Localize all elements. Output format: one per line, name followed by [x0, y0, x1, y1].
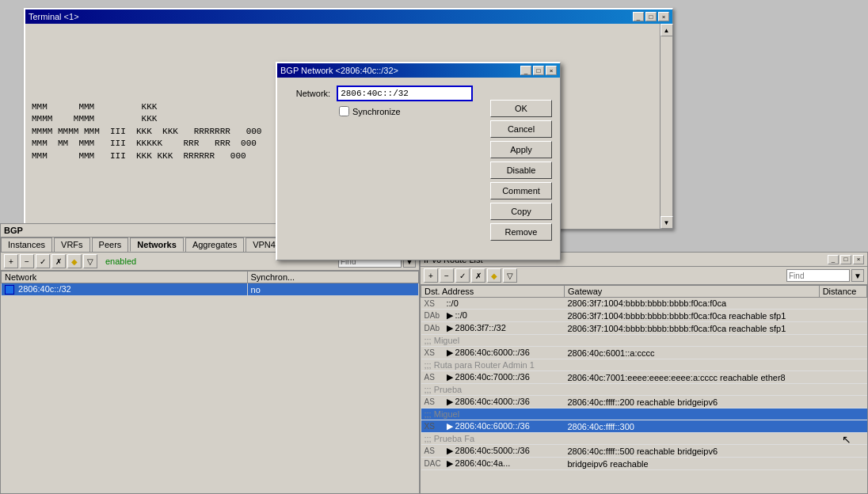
ipv6-remove-button[interactable]: −: [440, 268, 454, 283]
ipv6-find-input[interactable]: [786, 269, 850, 282]
table-row[interactable]: XS▶ 2806:40c:6000::/36 2806:40c:6001::a:…: [421, 347, 867, 359]
network-cell: 2806:40c::/32: [2, 283, 248, 296]
gw-cell: 2806:40c:ffff::500 reachable bridgeipv6: [564, 445, 819, 458]
diamond-button[interactable]: ◆: [67, 254, 82, 268]
terminal-titlebar: Terminal <1> _ □ ×: [25, 10, 672, 24]
ipv6-minimize[interactable]: _: [828, 255, 839, 264]
bgp-close-button[interactable]: ×: [546, 66, 557, 75]
dst-cell: DAb▶ 2806:3f7::/32: [421, 322, 565, 335]
dist-cell: [819, 310, 866, 322]
gw-cell: 2806:3f7:1004:bbbb:bbbb:bbbb:f0ca:f0ca: [564, 298, 819, 310]
dist-cell: [819, 458, 866, 470]
row-icon: [5, 285, 14, 294]
check-button[interactable]: ✓: [36, 254, 50, 268]
bgp-maximize-button[interactable]: □: [533, 66, 544, 75]
ipv6-add-button[interactable]: +: [424, 268, 438, 283]
dist-cell: [819, 371, 866, 384]
ipv6-maximize[interactable]: □: [840, 255, 851, 264]
tab-vrfs[interactable]: VRFs: [54, 238, 90, 252]
comment-button[interactable]: Comment: [490, 182, 552, 200]
ok-button[interactable]: OK: [490, 100, 552, 117]
tab-networks[interactable]: Networks: [130, 238, 184, 252]
maximize-button[interactable]: □: [645, 12, 657, 21]
disable-button[interactable]: Disable: [490, 162, 552, 179]
synchronize-label: Synchronize: [352, 107, 401, 116]
terminal-window-controls: _ □ ×: [633, 12, 669, 21]
add-button[interactable]: +: [4, 254, 18, 268]
terminal-scrollbar[interactable]: ▲ ▼: [660, 24, 672, 229]
ipv6-check-button[interactable]: ✓: [455, 268, 470, 283]
synchronize-row: Synchronize: [285, 106, 473, 116]
tab-aggregates[interactable]: Aggregates: [185, 238, 244, 252]
copy-button[interactable]: Copy: [490, 203, 552, 220]
gw-cell: 2806:40c:6001::a:cccc: [564, 347, 819, 359]
gw-cell: 2806:40c:7001:eeee:eeee:eeee:a:cccc reac…: [564, 371, 819, 384]
col-synchron: Synchron...: [247, 272, 418, 283]
comment-row: ;;; Miguel: [421, 335, 867, 347]
gw-cell: bridgeipv6 reachable: [564, 458, 819, 470]
ipv6-table-scroll[interactable]: Dst. Address Gateway Distance XS::/0 280…: [421, 285, 867, 483]
minimize-button[interactable]: _: [633, 12, 644, 21]
bgp-dialog-titlebar: BGP Network <2806:40c::/32> _ □ ×: [277, 63, 560, 78]
dist-cell: [819, 298, 866, 310]
table-row[interactable]: AS▶ 2806:40c:5000::/36 2806:40c:ffff::50…: [421, 445, 867, 458]
apply-button[interactable]: Apply: [490, 141, 552, 158]
ipv6-diamond-button[interactable]: ◆: [487, 268, 501, 283]
scroll-up-arrow[interactable]: ▲: [661, 24, 673, 36]
ipv6-table: Dst. Address Gateway Distance XS::/0 280…: [421, 285, 867, 470]
comment-row: ;;; Prueba Fa: [421, 433, 867, 445]
comment-cell: ;;; Miguel: [421, 408, 867, 420]
table-row[interactable]: DAC▶ 2806:40c:4a... bridgeipv6 reachable: [421, 458, 867, 470]
table-row[interactable]: AS▶ 2806:40c:4000::/36 2806:40c:ffff::20…: [421, 396, 867, 408]
bgp-panel: BGP Instances VRFs Peers Networks Aggreg…: [0, 223, 420, 494]
dst-cell: AS▶ 2806:40c:5000::/36: [421, 445, 565, 458]
col-gateway: Gateway: [564, 286, 819, 298]
dst-cell: XS::/0: [421, 298, 565, 310]
dst-cell: XS▶ 2806:40c:6000::/36: [421, 420, 565, 433]
dist-cell: [819, 396, 866, 408]
ipv6-x-button[interactable]: ✗: [471, 268, 485, 283]
dist-cell: [819, 322, 866, 335]
table-row[interactable]: 2806:40c::/32 no: [2, 283, 419, 296]
bgp-minimize-button[interactable]: _: [520, 66, 531, 75]
dst-cell: DAb▶ ::/0: [421, 310, 565, 322]
table-row[interactable]: DAb▶ ::/0 2806:3f7:1004:bbbb:bbbb:bbbb:f…: [421, 310, 867, 322]
gw-cell: 2806:40c:ffff::300: [564, 420, 819, 433]
table-row[interactable]: AS▶ 2806:40c:7000::/36 2806:40c:7001:eee…: [421, 371, 867, 384]
comment-cell: ;;; Prueba: [421, 384, 867, 396]
dst-cell: DAC▶ 2806:40c:4a...: [421, 458, 565, 470]
x-button[interactable]: ✗: [51, 254, 66, 268]
table-row[interactable]: DAb▶ 2806:3f7::/32 2806:3f7:1004:bbbb:bb…: [421, 322, 867, 335]
table-row[interactable]: XS::/0 2806:3f7:1004:bbbb:bbbb:bbbb:f0ca…: [421, 298, 867, 310]
sync-cell: no: [247, 283, 418, 296]
remove-button[interactable]: Remove: [490, 223, 552, 241]
close-button[interactable]: ×: [658, 12, 669, 21]
dst-cell: AS▶ 2806:40c:4000::/36: [421, 396, 565, 408]
dist-cell: [819, 445, 866, 458]
filter-button[interactable]: ▽: [83, 254, 97, 268]
comment-cell: ;;; Prueba Fa: [421, 433, 867, 445]
network-input[interactable]: [337, 86, 473, 101]
terminal-title: Terminal <1>: [29, 12, 79, 21]
network-row: Network:: [285, 86, 473, 101]
gw-cell: 2806:3f7:1004:bbbb:bbbb:bbbb:f0ca:f0ca r…: [564, 322, 819, 335]
comment-cell: ;;; Miguel: [421, 335, 867, 347]
gw-cell: 2806:3f7:1004:bbbb:bbbb:bbbb:f0ca:f0ca r…: [564, 310, 819, 322]
remove-button[interactable]: −: [20, 254, 34, 268]
cancel-button[interactable]: Cancel: [490, 120, 552, 138]
comment-row: ;;; Prueba: [421, 384, 867, 396]
bgp-table-container: Network Synchron... 2806:40c::/32 no: [1, 271, 419, 469]
dist-cell: [819, 347, 866, 359]
ipv6-close[interactable]: ×: [853, 255, 864, 264]
ipv6-filter-button[interactable]: ▽: [503, 268, 517, 283]
col-network: Network: [2, 272, 248, 283]
scroll-down-arrow[interactable]: ▼: [661, 216, 673, 229]
table-row-selected[interactable]: XS▶ 2806:40c:6000::/36 2806:40c:ffff::30…: [421, 420, 867, 433]
dst-cell: XS▶ 2806:40c:6000::/36: [421, 347, 565, 359]
synchronize-checkbox[interactable]: [339, 106, 349, 116]
gw-cell: 2806:40c:ffff::200 reachable bridgeipv6: [564, 396, 819, 408]
ipv6-find-dropdown[interactable]: ▼: [851, 269, 864, 282]
tab-peers[interactable]: Peers: [92, 238, 129, 252]
tab-instances[interactable]: Instances: [1, 238, 52, 252]
dist-cell: [819, 420, 866, 433]
